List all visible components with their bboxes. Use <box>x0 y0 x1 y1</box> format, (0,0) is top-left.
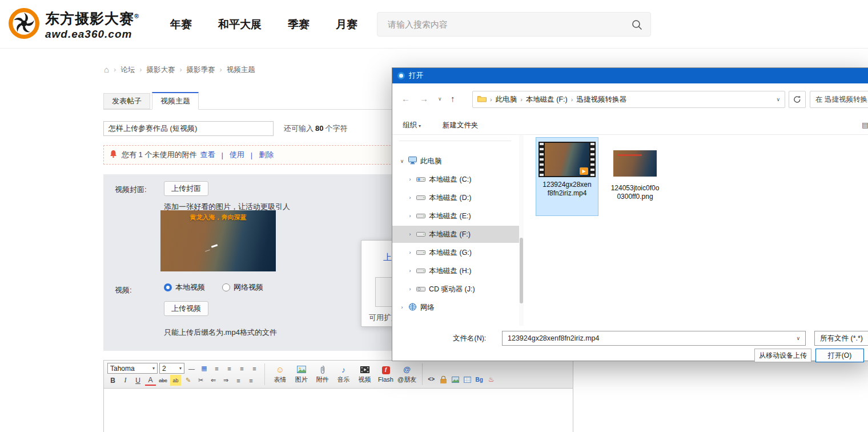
scrollbar-thumb[interactable] <box>520 238 523 303</box>
table-grid-icon[interactable] <box>463 375 471 384</box>
font-size-select[interactable]: 2▾ <box>159 363 184 374</box>
radio-network-video[interactable]: 网络视频 <box>222 282 263 293</box>
thread-title-input[interactable] <box>103 121 274 136</box>
tree-item-drive-d[interactable]: › 本地磁盘 (D:) <box>392 189 519 206</box>
align-center-icon[interactable]: ≡ <box>224 363 235 374</box>
breadcrumb-forum[interactable]: 论坛 <box>120 65 135 75</box>
breadcrumb-video-topic[interactable]: 视频主题 <box>227 65 255 75</box>
address-crumb-converter-folder[interactable]: 迅捷视频转换器 <box>576 95 626 105</box>
radio-local-circle[interactable] <box>164 283 172 291</box>
chevron-collapsed-icon[interactable]: › <box>399 305 405 310</box>
search-icon[interactable] <box>632 19 642 33</box>
address-dropdown-icon[interactable]: ∨ <box>776 97 780 102</box>
bold-icon[interactable]: B <box>107 375 118 386</box>
outdent-icon[interactable]: ⇐ <box>208 375 219 386</box>
back-icon[interactable]: ← <box>401 94 410 103</box>
tree-scrollbar[interactable] <box>519 135 524 326</box>
tree-item-network[interactable]: › 网络 <box>392 299 519 316</box>
new-folder-button[interactable]: 新建文件夹 <box>443 121 479 130</box>
mention-friend-button[interactable]: @ @朋友 <box>396 365 417 384</box>
font-color-icon[interactable]: A <box>145 375 156 386</box>
dialog-title-bar[interactable]: 打开 <box>392 68 868 83</box>
flash-button[interactable]: f Flash <box>375 366 396 383</box>
chevron-collapsed-icon[interactable]: › <box>407 268 413 274</box>
filename-combobox[interactable]: 123924gx28xenf8fn2iriz.mp4 ∨ <box>502 331 806 346</box>
filename-label: 文件名(N): <box>453 334 486 343</box>
tree-item-this-pc[interactable]: ∨ 此电脑 <box>392 153 519 170</box>
align-justify-icon[interactable]: ≡ <box>249 363 260 374</box>
recent-locations-icon[interactable]: ∨ <box>438 96 442 102</box>
insert-video-button[interactable]: 视频 <box>354 365 375 384</box>
attachment-delete-link[interactable]: 删除 <box>259 150 274 160</box>
chevron-collapsed-icon[interactable]: › <box>407 195 413 201</box>
nav-item-monthly[interactable]: 月赛 <box>336 17 357 32</box>
strikethrough-icon[interactable]: abc <box>158 375 168 386</box>
home-icon[interactable]: ⌂ <box>104 66 109 74</box>
pencil-icon[interactable]: ✎ <box>183 375 194 386</box>
stamp-icon[interactable]: ♨ <box>487 375 495 384</box>
address-bar[interactable]: › 此电脑 › 本地磁盘 (F:) › 迅捷视频转换器 ∨ <box>472 91 785 108</box>
unordered-list-icon[interactable]: ≡ <box>246 375 256 386</box>
view-mode-icon[interactable]: ▤ <box>862 121 868 129</box>
tree-item-drive-c[interactable]: › 本地磁盘 (C:) <box>392 171 519 188</box>
nav-item-annual[interactable]: 年赛 <box>170 17 192 32</box>
background-color-icon[interactable]: Bg <box>475 375 483 384</box>
up-icon[interactable]: ↑ <box>451 94 455 103</box>
mobile-upload-button[interactable]: 从移动设备上传 <box>754 349 811 362</box>
file-item-png[interactable]: 124053jtoic0f0o0300ff0.png <box>604 138 666 215</box>
tab-post-thread[interactable]: 发表帖子 <box>103 93 150 109</box>
attachment-view-link[interactable]: 查看 <box>200 150 215 160</box>
upload-cover-button[interactable]: 上传封面 <box>164 181 208 196</box>
breadcrumb-season[interactable]: 摄影季赛 <box>187 65 215 75</box>
refresh-button[interactable] <box>789 91 806 108</box>
tab-video-topic[interactable]: 视频主题 <box>152 92 199 110</box>
italic-icon[interactable]: I <box>120 375 131 386</box>
attachment-button[interactable]: 附件 <box>312 365 333 384</box>
insert-table-icon[interactable]: ▦ <box>199 363 210 374</box>
radio-local-video[interactable]: 本地视频 <box>164 282 205 293</box>
chevron-collapsed-icon[interactable]: › <box>407 177 413 182</box>
lock-icon[interactable] <box>439 375 447 384</box>
font-family-select[interactable]: Tahoma▾ <box>107 363 158 374</box>
indent-icon[interactable]: ⇒ <box>220 375 231 386</box>
file-item-mp4[interactable]: ▶ 123924gx28xenf8fn2iriz.mp4 <box>536 138 598 215</box>
chevron-collapsed-icon[interactable]: › <box>407 286 413 292</box>
cut-icon[interactable]: ✂ <box>195 375 206 386</box>
underline-icon[interactable]: U <box>132 375 143 386</box>
address-crumb-this-pc[interactable]: 此电脑 <box>496 95 517 105</box>
insert-picture-button[interactable]: 图片 <box>291 365 312 384</box>
highlight-icon[interactable]: ab <box>170 375 181 386</box>
upload-video-button[interactable]: 上传视频 <box>164 301 208 316</box>
site-logo[interactable]: 东方摄影大赛® awd.ea360.com <box>8 7 139 42</box>
chevron-expanded-icon[interactable]: ∨ <box>399 158 405 164</box>
filetype-combobox[interactable]: 所有文件 (*.*) ∨ <box>814 331 868 346</box>
nav-item-peace-exhibition[interactable]: 和平大展 <box>218 17 262 32</box>
chevron-collapsed-icon[interactable]: › <box>407 213 413 219</box>
tree-item-cd-drive-j[interactable]: › CD 驱动器 (J:) <box>392 281 519 298</box>
emoji-button[interactable]: ☺ 表情 <box>270 365 291 384</box>
attachment-use-link[interactable]: 使用 <box>230 150 244 160</box>
breadcrumb-contest[interactable]: 摄影大赛 <box>146 65 175 75</box>
dialog-search-box[interactable]: 在 迅捷视频转换器 <box>810 91 868 108</box>
address-crumb-drive-f[interactable]: 本地磁盘 (F:) <box>526 95 568 105</box>
horizontal-rule-icon[interactable]: — <box>186 363 197 374</box>
editor-content-area[interactable] <box>104 389 573 432</box>
tree-item-drive-f[interactable]: › 本地磁盘 (F:) <box>392 226 519 243</box>
open-button[interactable]: 打开(O) <box>815 349 864 362</box>
radio-network-circle[interactable] <box>222 283 230 291</box>
align-left-icon[interactable]: ≡ <box>211 363 222 374</box>
code-icon[interactable]: <> <box>427 375 435 384</box>
forward-icon[interactable]: → <box>420 94 428 103</box>
music-button[interactable]: ♪ 音乐 <box>333 365 354 384</box>
tree-item-drive-g[interactable]: › 本地磁盘 (G:) <box>392 244 519 261</box>
search-input[interactable] <box>377 13 623 36</box>
organize-menu[interactable]: 组织▾ <box>403 121 421 130</box>
align-right-icon[interactable]: ≡ <box>236 363 247 374</box>
chevron-collapsed-icon[interactable]: › <box>407 250 413 255</box>
tree-item-drive-h[interactable]: › 本地磁盘 (H:) <box>392 262 519 279</box>
nav-item-seasonal[interactable]: 季赛 <box>288 17 310 32</box>
tree-item-drive-e[interactable]: › 本地磁盘 (E:) <box>392 207 519 225</box>
chevron-collapsed-icon[interactable]: › <box>407 231 413 237</box>
insert-image-icon[interactable] <box>451 375 459 384</box>
ordered-list-icon[interactable]: ≡ <box>233 375 244 386</box>
